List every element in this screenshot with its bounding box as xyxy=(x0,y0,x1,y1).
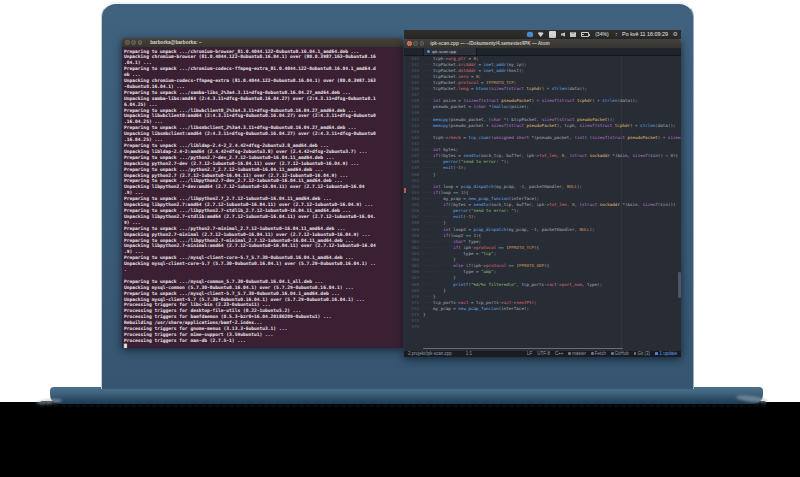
desk-shadow xyxy=(0,402,800,477)
tab-label: ipk-scan.cpp xyxy=(432,49,456,54)
atom-minimize-button[interactable] xyxy=(413,41,418,46)
file-modified-icon xyxy=(427,50,430,53)
gear-icon[interactable]: ⚙ xyxy=(673,30,678,39)
terminal-minimize-button[interactable] xyxy=(131,40,136,45)
terminal-output[interactable]: Preparing to unpack .../chromium-browser… xyxy=(122,47,403,348)
atom-window: ipk-scan.cpp — ~/Dokumenty/4.semester/IP… xyxy=(404,39,681,357)
battery-percent: (34%) xyxy=(595,30,608,39)
updown-arrows-icon[interactable]: ↕ xyxy=(615,30,618,39)
status-item-icon xyxy=(568,352,571,355)
atom-tab-bar: ipk-scan.cpp xyxy=(404,48,681,56)
mail-icon[interactable] xyxy=(570,32,577,37)
terminal-maximize-button[interactable] xyxy=(138,40,143,45)
wifi-icon[interactable] xyxy=(537,32,544,38)
status-item-utf-8[interactable]: UTF-8 xyxy=(537,351,550,356)
keyboard-layout-indicator[interactable]: En xyxy=(549,31,557,38)
atom-maximize-button[interactable] xyxy=(420,41,425,46)
status-item-icon xyxy=(611,352,614,355)
status-item-github[interactable]: GitHub xyxy=(611,351,629,356)
volume-icon[interactable] xyxy=(561,32,566,37)
terminal-close-button[interactable] xyxy=(125,40,130,45)
update-icon xyxy=(655,352,658,355)
status-item-git-3-[interactable]: Git (3) xyxy=(634,351,650,356)
wrap-guide xyxy=(621,56,622,351)
atom-title: ipk-scan.cpp — ~/Dokumenty/4.semester/IP… xyxy=(430,41,550,46)
laptop-base xyxy=(50,387,763,404)
ubuntu-top-panel: En (34%) ↕ Po kvě 11 16:09:29 ⚙ xyxy=(404,30,681,39)
atom-close-button[interactable] xyxy=(407,41,412,46)
horizontal-scrollbar[interactable] xyxy=(423,348,623,349)
terminal-titlebar[interactable]: barborka@barborka: ~ xyxy=(122,38,403,47)
atom-titlebar[interactable]: ipk-scan.cpp — ~/Dokumenty/4.semester/IP… xyxy=(404,39,681,48)
status-item-icon xyxy=(591,352,594,355)
line-number: 575 xyxy=(404,324,419,330)
terminal-title: barborka@barborka: ~ xyxy=(150,40,201,45)
status-item-fetch[interactable]: Fetch xyxy=(591,351,606,356)
git-modified-marker xyxy=(404,188,406,193)
clock[interactable]: Po kvě 11 16:09:29 xyxy=(622,30,668,39)
terminal-window: barborka@barborka: ~ Preparing to unpack… xyxy=(122,38,403,348)
status-item-c-[interactable]: C++ xyxy=(555,351,564,356)
laptop-mockup: barborka@barborka: ~ Preparing to unpack… xyxy=(0,0,800,477)
status-cursor-position[interactable]: 1:1 xyxy=(466,351,472,356)
laptop-screen: barborka@barborka: ~ Preparing to unpack… xyxy=(101,2,694,389)
status-item-icon xyxy=(634,352,637,355)
status-file-path[interactable]: 2.projekt/ipk-scan.cpp xyxy=(408,351,452,356)
status-item-master[interactable]: master xyxy=(568,351,586,356)
network-icon[interactable] xyxy=(527,32,533,38)
code-line[interactable]: 575 xyxy=(404,324,681,330)
code-editor[interactable]: 531····tcph->urg_ptr = 0;532····tcpPacke… xyxy=(404,56,681,351)
status-item-1-update[interactable]: 1 update xyxy=(655,351,677,356)
tab-ipk-scan[interactable]: ipk-scan.cpp xyxy=(423,48,477,55)
status-item-lf[interactable]: LF xyxy=(527,351,532,356)
atom-status-bar: 2.projekt/ipk-scan.cpp 1:1 LFUTF-8C++mas… xyxy=(404,351,681,358)
vertical-scrollbar[interactable] xyxy=(678,272,681,298)
battery-icon[interactable] xyxy=(581,32,589,37)
